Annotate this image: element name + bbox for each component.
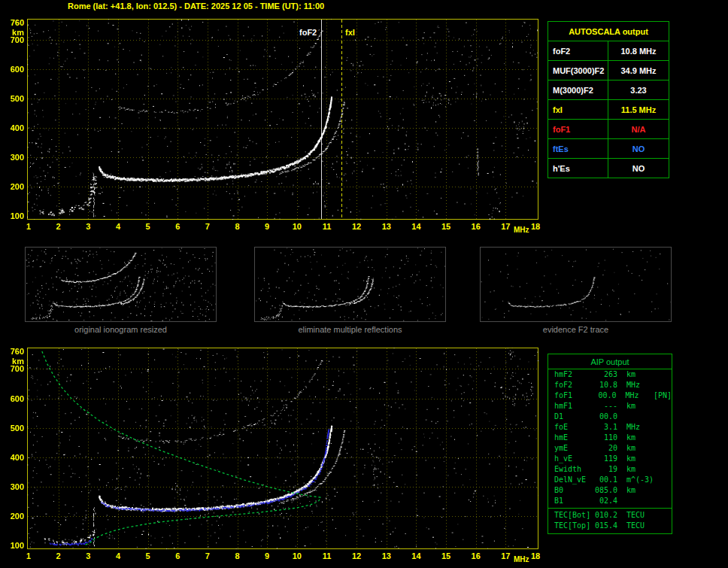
aip-row: B102.4	[548, 496, 672, 506]
y-tick-label: 700	[0, 35, 24, 44]
y-tick-label: 200	[0, 512, 24, 521]
y-tick-label: 300	[0, 482, 24, 491]
autoscala-row-value: N/A	[608, 120, 669, 138]
aip-unit: TECU	[626, 521, 655, 531]
x-tick-label: 11	[319, 551, 334, 560]
x-tick-label: 2	[51, 222, 66, 231]
aip-name: TEC[Bot]	[548, 510, 592, 521]
aip-extra	[655, 433, 672, 443]
y-tick-label: 760	[0, 347, 24, 356]
y-tick-label: 600	[0, 65, 24, 74]
ionogram-canvas-bottom	[27, 348, 538, 549]
aip-output-table: AIP output hmF2263kmfoF210.8MHzfoF100.0M…	[548, 354, 672, 534]
autoscala-output-title: AUTOSCALA output	[548, 22, 669, 41]
x-tick-label: 4	[111, 551, 126, 560]
aip-value: 119	[592, 454, 617, 464]
aip-extra	[655, 412, 672, 422]
aip-row: TEC[Top]015.4TECU	[548, 521, 672, 531]
y-axis-unit-label: km	[0, 357, 24, 366]
y-tick-label: 760	[0, 18, 24, 27]
x-tick-label: 1	[21, 222, 36, 231]
ionogram-plot-bottom	[27, 348, 538, 549]
aip-extra	[655, 443, 672, 454]
x-tick-label: 11	[319, 222, 334, 231]
x-tick-label: 13	[379, 551, 394, 560]
autoscala-row: fxI11.5 MHz	[548, 99, 669, 119]
aip-name: h_vE	[548, 454, 592, 464]
aip-name: B1	[548, 496, 592, 506]
x-axis-unit-label: MHz	[511, 226, 531, 235]
x-tick-label: 4	[111, 222, 126, 231]
aip-row: foF100.0MHz[PN]	[548, 390, 672, 401]
aip-unit: km	[626, 369, 655, 380]
y-tick-label: 300	[0, 153, 24, 162]
aip-name: foF2	[548, 380, 592, 390]
aip-value: 263	[592, 369, 617, 380]
aip-extra	[655, 464, 672, 475]
thumbnail-caption-reflections: eliminate multiple reflections	[254, 325, 446, 334]
fof2-marker-label: foF2	[298, 28, 318, 38]
aip-name: foF1	[548, 390, 591, 401]
aip-row: TEC[Bot]010.2TECU	[548, 510, 672, 521]
aip-unit: TECU	[626, 510, 655, 521]
aip-name: hmF2	[548, 369, 592, 380]
autoscala-row: MUF(3000)F234.9 MHz	[548, 60, 669, 80]
page-title: Rome (lat: +41.8, lon: 012.5) - DATE: 20…	[68, 2, 324, 11]
aip-value: 00.1	[592, 475, 617, 485]
aip-extra: [PN]	[654, 390, 672, 401]
aip-name: B0	[548, 485, 592, 496]
aip-unit: m^(-3)	[626, 475, 655, 485]
autoscala-row: foF1N/A	[548, 119, 669, 138]
y-tick-label: 400	[0, 123, 24, 132]
aip-unit: km	[626, 464, 655, 475]
x-tick-label: 15	[438, 551, 453, 560]
x-tick-label: 8	[230, 222, 245, 231]
autoscala-row: M(3000)F23.23	[548, 80, 669, 99]
y-axis-unit-label: km	[0, 28, 24, 37]
aip-row: hmE110km	[548, 433, 672, 443]
autoscala-row-label: MUF(3000)F2	[548, 61, 608, 80]
ionogram-canvas-top	[27, 19, 538, 220]
aip-unit: MHz	[626, 422, 655, 433]
aip-extra	[655, 369, 672, 380]
autoscala-row-label: fxI	[548, 100, 608, 119]
aip-value: 085.0	[592, 485, 617, 496]
aip-unit: MHz	[626, 380, 655, 390]
aip-name: TEC[Top]	[548, 521, 592, 531]
autoscala-row-label: foF1	[548, 120, 608, 138]
x-tick-label: 12	[349, 222, 364, 231]
aip-unit: km	[626, 454, 655, 464]
y-tick-label: 200	[0, 182, 24, 191]
x-tick-label: 12	[349, 551, 364, 560]
x-tick-label: 5	[141, 222, 156, 231]
aip-value: 110	[592, 433, 617, 443]
autoscala-row-label: h'Es	[548, 159, 608, 178]
ionogram-plot-top	[27, 19, 538, 220]
y-tick-label: 100	[0, 541, 24, 550]
aip-row: B0085.0km	[548, 485, 672, 496]
aip-name: Ewidth	[548, 464, 592, 475]
x-tick-label: 5	[141, 551, 156, 560]
aip-extra	[655, 454, 672, 464]
aip-tec-separator	[548, 508, 672, 509]
aip-row: foE3.1MHz	[548, 422, 672, 433]
aip-value: 00.0	[591, 390, 616, 401]
aip-extra	[655, 380, 672, 390]
aip-extra	[655, 401, 672, 412]
aip-value: 015.4	[592, 521, 617, 531]
x-tick-label: 10	[290, 222, 305, 231]
autoscala-row-label: foF2	[548, 41, 608, 60]
aip-output-body: hmF2263kmfoF210.8MHzfoF100.0MHz[PN]hmF1-…	[548, 369, 672, 531]
x-axis-unit-label: MHz	[511, 555, 531, 564]
autoscala-row-value: 3.23	[608, 80, 669, 99]
aip-extra	[655, 521, 672, 531]
aip-row: Ewidth19km	[548, 464, 672, 475]
x-tick-label: 3	[80, 222, 96, 231]
x-tick-label: 8	[230, 551, 245, 560]
autoscala-row-value: 11.5 MHz	[608, 100, 669, 119]
thumbnail-canvas-f2trace	[481, 248, 671, 321]
thumbnail-caption-original: original ionogram resized	[25, 325, 217, 334]
autoscala-row-value: 34.9 MHz	[608, 61, 669, 80]
aip-value: 19	[592, 464, 617, 475]
autoscala-row-label: M(3000)F2	[548, 80, 608, 99]
